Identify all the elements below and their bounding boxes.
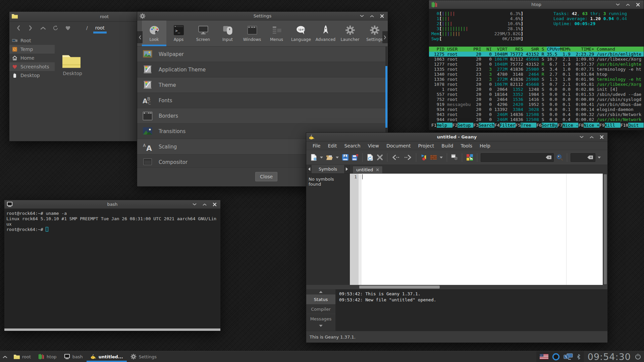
editor-hscrollbar[interactable] [350, 285, 603, 289]
menu-build[interactable]: Build [438, 141, 457, 150]
desktop[interactable]: root / root RootTempHomeScreenshotsDeskt… [0, 0, 644, 362]
process-row-919[interactable]: 919 messagebu 20 0 4296 2420 1952 S 0.0 … [429, 102, 644, 107]
process-row-934[interactable]: 934 root 20 0 13392 3384 3028 S 0.0 0.1 … [429, 107, 644, 112]
color-chooser-icon[interactable] [466, 154, 474, 162]
tab-language[interactable]: !@#?Language [289, 20, 313, 46]
fkey-F8[interactable]: F8 [578, 123, 584, 128]
tab-status[interactable]: Status [306, 294, 335, 304]
tab-screen[interactable]: Screen [191, 20, 215, 46]
clear-backspace-icon[interactable] [545, 155, 552, 160]
process-row-1275[interactable]: 1275 root 20 0 1048M 75772 43152 R 35.5 … [429, 52, 644, 57]
magnifier-icon[interactable] [555, 154, 564, 162]
sidebar-item-root[interactable]: Root [9, 36, 55, 45]
sidebar-item-screenshots[interactable]: Screenshots [9, 62, 55, 71]
editor-area[interactable]: 1 [350, 174, 603, 285]
fkey-F4[interactable]: F4 [494, 123, 500, 128]
tab-compiler[interactable]: Compiler [306, 304, 335, 314]
scrollbar-thumb[interactable] [604, 174, 607, 284]
maximize-button[interactable] [370, 14, 374, 18]
goto-line-input[interactable] [571, 153, 595, 162]
refresh-icon[interactable] [53, 25, 58, 31]
path-current[interactable]: root [93, 24, 107, 31]
dropdown-icon[interactable] [335, 154, 339, 162]
scrollbar-thumb[interactable] [359, 286, 440, 289]
open-file-icon[interactable] [325, 154, 333, 162]
editor-vscrollbar[interactable] [603, 174, 607, 285]
dropdown-icon[interactable] [319, 154, 324, 162]
up-icon[interactable] [40, 25, 46, 31]
shade-button[interactable] [192, 202, 197, 207]
bash-terminal[interactable]: root@rock64:~# uname -aLinux rock64 5.10… [4, 209, 220, 331]
settings-item-borders[interactable]: Borders [137, 108, 388, 124]
taskbar-expand-icon[interactable] [0, 355, 10, 358]
menu-help[interactable]: Help [476, 141, 494, 150]
taskbar-item-htop[interactable]: htop [35, 351, 60, 362]
process-row-944[interactable]: 944 root 20 0 246M 14836 12508 S 0.0 0.4… [429, 117, 644, 122]
bluetooth-icon[interactable] [577, 354, 581, 360]
shade-button[interactable] [579, 135, 584, 139]
tab-symbols[interactable]: Symbols [312, 165, 344, 173]
tab-messages[interactable]: Messages [306, 314, 335, 323]
process-row-1063[interactable]: 1063 root 20 0 1067M 82112 45668 S 10.7 … [429, 57, 644, 62]
menu-view[interactable]: View [364, 141, 383, 150]
search-input[interactable] [481, 153, 554, 162]
settings-item-theme[interactable]: Theme [137, 77, 388, 93]
favorite-icon[interactable] [65, 25, 71, 31]
pager-ring-icon[interactable] [552, 353, 560, 361]
dropdown-icon[interactable] [439, 154, 443, 162]
process-row-1336[interactable]: 1336 root 23 3 272M 41836 25980 S 1.3 1.… [429, 77, 644, 82]
htop-terminal[interactable]: 0[||||| 6.3%] 1[||| 4.6%] 2[|||| 10.6%] … [429, 9, 644, 130]
menu-search[interactable]: Search [341, 141, 364, 150]
clock[interactable]: 09:54:30 [588, 352, 631, 362]
back-icon[interactable] [15, 25, 21, 31]
shade-button[interactable] [615, 2, 620, 7]
close-button[interactable]: Close [255, 172, 277, 181]
tab-look[interactable]: Look [142, 20, 166, 46]
bash-titlebar[interactable]: bash [4, 200, 220, 209]
fkey-F2[interactable]: F2 [452, 123, 458, 128]
taskbar-item-bash[interactable]: bash [60, 351, 87, 362]
process-row-1340[interactable]: 1340 root 23 3 4780 3148 2464 R 2.7 0.1 … [429, 72, 644, 77]
process-table-header[interactable]: PID USER PRI NI VIRT RES SHR S CPU%▽MEM%… [429, 47, 644, 52]
maximize-button[interactable] [202, 202, 207, 207]
dropdown-icon[interactable] [597, 154, 601, 162]
menu-project[interactable]: Project [414, 141, 438, 150]
taskbar-item-root[interactable]: root [10, 351, 35, 362]
tab-advanced[interactable]: Advanced [313, 20, 338, 46]
close-doc-icon[interactable] [376, 154, 384, 162]
close-button[interactable] [599, 135, 604, 139]
power-icon[interactable] [635, 353, 641, 360]
process-row-1335[interactable]: 1335 root 23 3 272M 41836 25980 S 3.4 1.… [429, 67, 644, 72]
fkey-F9[interactable]: F9 [599, 123, 605, 128]
tab-close-icon[interactable] [376, 168, 379, 171]
menu-edit[interactable]: Edit [324, 141, 340, 150]
forward-icon[interactable] [28, 25, 34, 31]
sidebar-item-desktop[interactable]: Desktop [9, 71, 55, 80]
save-all-icon[interactable] [351, 154, 359, 162]
settings-item-fonts[interactable]: ABCFonts [137, 93, 388, 108]
tab-menus[interactable]: Menus [264, 20, 289, 46]
tab-windows[interactable]: Windows [240, 20, 264, 46]
sidebar-item-home[interactable]: Home [9, 54, 55, 62]
process-row-752[interactable]: 752 root 20 0 2464 1536 1416 S 0.0 0.0 0… [429, 97, 644, 102]
geany-titlebar[interactable]: untitled - Geany [306, 133, 607, 141]
process-row-557[interactable]: 557 root 20 0 18164 3352 1984 S 0.0 0.1 … [429, 92, 644, 97]
taskbar-item-untitled[interactable]: untitled... [87, 351, 127, 362]
fkey-F6[interactable]: F6 [536, 123, 542, 128]
fkey-F7[interactable]: F7 [557, 123, 563, 128]
menu-file[interactable]: File [309, 141, 324, 150]
preferences-gear-icon[interactable] [450, 154, 459, 162]
fkey-F5[interactable]: F5 [516, 123, 521, 128]
panel-scroll-down-icon[interactable] [306, 323, 335, 328]
fkey-F1[interactable]: F1 [431, 123, 437, 128]
close-button[interactable] [212, 202, 217, 207]
tab-launcher[interactable]: Launcher [338, 20, 362, 46]
build-icon[interactable] [429, 154, 437, 162]
sidebar-scroll-left-icon[interactable] [306, 165, 312, 173]
sidebar-item-temp[interactable]: Temp [9, 45, 55, 54]
menu-document[interactable]: Document [383, 141, 415, 150]
tab-apps[interactable]: >_Apps [166, 20, 191, 46]
htop-titlebar[interactable]: htop [429, 0, 644, 9]
menu-tools[interactable]: Tools [457, 141, 476, 150]
close-button[interactable] [380, 14, 384, 18]
